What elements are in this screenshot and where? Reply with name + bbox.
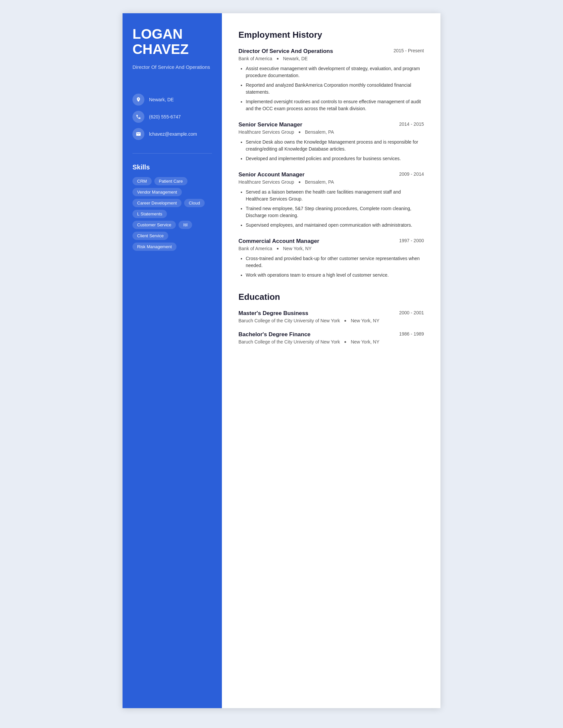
job-bullet: Developed and implemented policies and p… bbox=[246, 155, 424, 162]
education-container: Master's Degree Business 2000 - 2001 Bar… bbox=[238, 310, 424, 344]
job-bullets: Cross-trained and provided back-up for o… bbox=[238, 255, 424, 279]
job-block: Director Of Service And Operations 2015 … bbox=[238, 48, 424, 112]
skill-tag: CRM bbox=[132, 177, 152, 185]
email-item: lchavez@example.com bbox=[132, 128, 212, 140]
job-header: Director Of Service And Operations 2015 … bbox=[238, 48, 424, 55]
phone-icon bbox=[132, 111, 144, 123]
location-text: Newark, DE bbox=[149, 97, 174, 102]
job-bullet: Implemented oversight routines and contr… bbox=[246, 98, 424, 112]
sidebar: LOGAN CHAVEZ Director Of Service And Ope… bbox=[122, 13, 222, 708]
job-title: Senior Service Manager bbox=[238, 121, 303, 128]
job-header: Commercial Account Manager 1997 - 2000 bbox=[238, 238, 424, 245]
job-company: Bank of America New York, NY bbox=[238, 246, 424, 251]
sidebar-divider bbox=[132, 153, 212, 154]
job-header: Senior Account Manager 2009 - 2014 bbox=[238, 171, 424, 178]
edu-header: Master's Degree Business 2000 - 2001 bbox=[238, 310, 424, 317]
skill-tag: Client Service bbox=[132, 232, 168, 240]
job-bullet: Trained new employee, 5&7 Step cleaning … bbox=[246, 205, 424, 219]
location-icon bbox=[132, 94, 144, 106]
edu-degree: Master's Degree Business bbox=[238, 310, 308, 317]
edu-institution: Baruch College of the City University of… bbox=[238, 318, 424, 323]
email-icon bbox=[132, 128, 144, 140]
job-title: Commercial Account Manager bbox=[238, 238, 319, 245]
skill-tag: Career Development bbox=[132, 199, 181, 207]
skill-tag: Cloud bbox=[184, 199, 205, 207]
job-dates: 1997 - 2000 bbox=[399, 238, 424, 243]
job-bullet: Service Desk also owns the Knowledge Man… bbox=[246, 139, 424, 153]
phone-item: (620) 555-6747 bbox=[132, 111, 212, 123]
job-dates: 2015 - Present bbox=[394, 48, 424, 53]
skill-tag: Risk Management bbox=[132, 243, 176, 251]
skill-tag: Itil bbox=[178, 221, 192, 229]
job-bullet: Served as a liaison between the health c… bbox=[246, 189, 424, 203]
edu-institution: Baruch College of the City University of… bbox=[238, 339, 424, 344]
main-content: Employment History Director Of Service A… bbox=[222, 13, 441, 708]
location-item: Newark, DE bbox=[132, 94, 212, 106]
resume-container: LOGAN CHAVEZ Director Of Service And Ope… bbox=[122, 13, 441, 708]
job-block: Commercial Account Manager 1997 - 2000 B… bbox=[238, 238, 424, 279]
job-dates: 2009 - 2014 bbox=[399, 171, 424, 177]
edu-dates: 2000 - 2001 bbox=[399, 310, 424, 315]
job-bullet: Work with operations team to ensure a hi… bbox=[246, 272, 424, 279]
job-bullets: Served as a liaison between the health c… bbox=[238, 189, 424, 229]
contact-section: Newark, DE (620) 555-6747 lchavez@exampl… bbox=[122, 94, 222, 150]
job-bullets: Assist executive management with develop… bbox=[238, 65, 424, 112]
email-text: lchavez@example.com bbox=[149, 131, 197, 137]
job-bullets: Service Desk also owns the Knowledge Man… bbox=[238, 139, 424, 162]
job-company: Bank of America Newark, DE bbox=[238, 56, 424, 61]
job-block: Senior Service Manager 2014 - 2015 Healt… bbox=[238, 121, 424, 162]
job-title: Senior Account Manager bbox=[238, 171, 305, 178]
edu-dates: 1986 - 1989 bbox=[399, 331, 424, 337]
job-bullet: Cross-trained and provided back-up for o… bbox=[246, 255, 424, 269]
edu-header: Bachelor's Degree Finance 1986 - 1989 bbox=[238, 331, 424, 338]
skill-tag: L Statements bbox=[132, 210, 167, 218]
skill-tag: Vendor Management bbox=[132, 188, 182, 196]
jobs-container: Director Of Service And Operations 2015 … bbox=[238, 48, 424, 279]
skills-section: Skills CRMPatient CareVendor ManagementC… bbox=[122, 163, 222, 261]
candidate-name: LOGAN CHAVEZ bbox=[132, 26, 212, 57]
employment-heading: Employment History bbox=[238, 30, 424, 40]
job-bullet: Assist executive management with develop… bbox=[246, 65, 424, 79]
job-header: Senior Service Manager 2014 - 2015 bbox=[238, 121, 424, 128]
skills-heading: Skills bbox=[132, 163, 212, 171]
job-bullet: Reported and analyzed BankAmerica Corpor… bbox=[246, 82, 424, 96]
skills-tags-container: CRMPatient CareVendor ManagementCareer D… bbox=[132, 177, 212, 251]
skill-tag: Patient Care bbox=[154, 177, 187, 185]
phone-text: (620) 555-6747 bbox=[149, 114, 181, 119]
candidate-title: Director Of Service And Operations bbox=[132, 64, 212, 70]
job-company: Healthcare Services Group Bensalem, PA bbox=[238, 129, 424, 135]
education-heading: Education bbox=[238, 292, 424, 302]
sidebar-header: LOGAN CHAVEZ Director Of Service And Ope… bbox=[122, 13, 222, 80]
edu-degree: Bachelor's Degree Finance bbox=[238, 331, 311, 338]
edu-block: Bachelor's Degree Finance 1986 - 1989 Ba… bbox=[238, 331, 424, 344]
job-dates: 2014 - 2015 bbox=[399, 121, 424, 127]
job-title: Director Of Service And Operations bbox=[238, 48, 333, 55]
job-block: Senior Account Manager 2009 - 2014 Healt… bbox=[238, 171, 424, 229]
job-bullet: Supervised employees, and maintained ope… bbox=[246, 222, 424, 229]
skill-tag: Customer Service bbox=[132, 221, 176, 229]
edu-block: Master's Degree Business 2000 - 2001 Bar… bbox=[238, 310, 424, 323]
job-company: Healthcare Services Group Bensalem, PA bbox=[238, 179, 424, 185]
